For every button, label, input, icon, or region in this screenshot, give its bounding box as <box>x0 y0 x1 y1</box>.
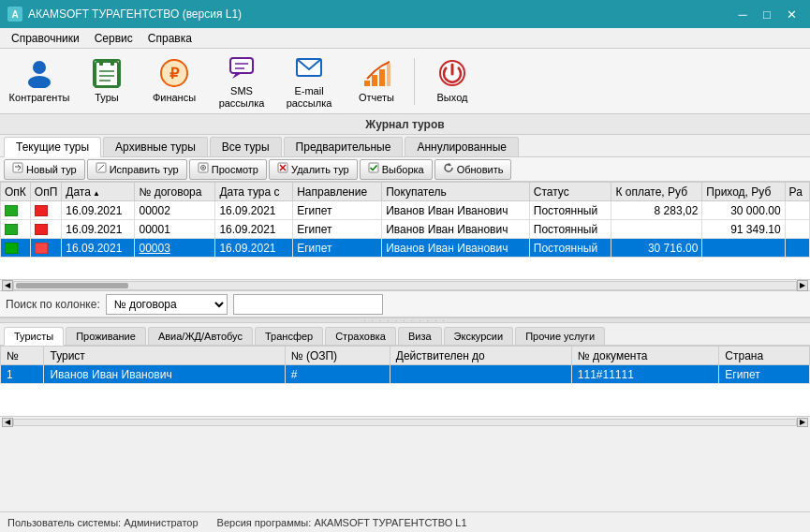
cell-opp <box>30 220 61 239</box>
удалить-тур-btn-label: Удалить тур <box>291 164 349 175</box>
toolbar-btn-sms[interactable]: SMS рассылка <box>210 53 273 110</box>
action-btn-удалить-тур[interactable]: Удалить тур <box>269 159 358 180</box>
search-input[interactable] <box>233 294 383 315</box>
bottom-tab-экскурсии[interactable]: Экскурсии <box>444 327 514 345</box>
bottom-scroll-left[interactable]: ◀ <box>2 418 13 427</box>
status-version: Версия программы: АКАМSOFT ТУРАГЕНТСТВО … <box>217 517 467 528</box>
main-table-col-8[interactable]: К оплате, Руб <box>611 183 702 201</box>
red-flag-icon <box>35 224 48 235</box>
bottom-scroll-right[interactable]: ▶ <box>797 418 808 427</box>
bottom-tab-трансфер[interactable]: Трансфер <box>255 327 323 345</box>
toolbar-btn-finansy[interactable]: ₽Финансы <box>142 53 206 110</box>
main-table-col-7[interactable]: Статус <box>529 183 611 201</box>
cell-opp <box>30 239 61 258</box>
cell-ra <box>785 201 809 220</box>
bottom-cell-dejstvitelno <box>390 365 571 384</box>
исправить-тур-btn-label: Исправить тур <box>110 164 179 175</box>
main-table-col-4[interactable]: Дата тура с <box>215 183 293 201</box>
sms-label: SMS рассылка <box>214 85 269 110</box>
cell-pokupatel: Иванов Иван Иванович <box>382 239 530 258</box>
cell-napravlenie: Египет <box>293 201 382 220</box>
bottom-col-5[interactable]: Страна <box>719 347 810 365</box>
red-flag-icon <box>35 243 48 254</box>
table-row[interactable]: 16.09.20210000116.09.2021ЕгипетИванов Ив… <box>1 220 810 239</box>
main-table-col-1[interactable]: ОпП <box>30 183 61 201</box>
bottom-tab-авиа/жд/автобус[interactable]: Авиа/ЖД/Автобус <box>148 327 253 345</box>
maximize-button[interactable]: □ <box>756 5 778 23</box>
action-btn-обновить[interactable]: Обновить <box>434 159 512 180</box>
bottom-col-2[interactable]: № (ОЗП) <box>285 347 390 365</box>
toolbar-btn-email[interactable]: E-mail рассылка <box>277 53 341 110</box>
close-button[interactable]: ✕ <box>780 5 803 23</box>
main-tab-аннулированные[interactable]: Аннулированные <box>405 137 519 156</box>
action-bar: Новый турИсправить турПросмотрУдалить ту… <box>0 157 810 182</box>
cell-opk <box>1 201 31 220</box>
svg-text:₽: ₽ <box>169 66 180 81</box>
toolbar-btn-tury[interactable]: Туры <box>75 53 139 110</box>
main-tab-все-туры[interactable]: Все туры <box>210 137 282 156</box>
title-bar: A АКАМSOFT ТУРАГЕНТСТВО (версия L1) ─ □ … <box>0 0 810 28</box>
main-table-col-5[interactable]: Направление <box>293 183 382 201</box>
main-table-col-3[interactable]: № договора <box>135 183 215 201</box>
table-row[interactable]: 16.09.20210000216.09.2021ЕгипетИванов Ив… <box>1 201 810 220</box>
tury-icon <box>90 58 124 90</box>
main-table-col-9[interactable]: Приход, Руб <box>702 183 785 201</box>
toolbar-btn-kontragenty[interactable]: Контрагенты <box>7 53 71 110</box>
bottom-col-4[interactable]: № документа <box>571 347 719 365</box>
main-table-col-6[interactable]: Покупатель <box>382 183 530 201</box>
scroll-right-btn[interactable]: ▶ <box>797 280 808 291</box>
bottom-col-1[interactable]: Турист <box>44 347 285 365</box>
menu-item-сервис[interactable]: Сервис <box>87 30 140 47</box>
h-scrollbar-track[interactable] <box>13 281 797 290</box>
action-btn-выборка[interactable]: Выборка <box>360 159 433 180</box>
status-bar: Пользователь системы: Администратор Верс… <box>0 511 810 532</box>
app-icon: A <box>7 7 22 22</box>
main-tab-предварительные[interactable]: Предварительные <box>284 137 404 156</box>
bottom-scrollbar-track[interactable] <box>13 419 797 426</box>
main-table-col-0[interactable]: ОпК <box>1 183 31 201</box>
window-title: АКАМSOFT ТУРАГЕНТСТВО (версия L1) <box>28 7 242 21</box>
bottom-cell-strana: Египет <box>719 365 810 384</box>
bottom-cell-num: 1 <box>1 365 44 384</box>
sms-icon <box>225 52 258 82</box>
toolbar-separator <box>414 58 415 105</box>
toolbar-btn-otchety[interactable]: Отчеты <box>345 53 408 110</box>
cell-prihod <box>702 239 785 258</box>
scroll-left-btn[interactable]: ◀ <box>2 280 13 291</box>
svg-rect-19 <box>379 69 385 86</box>
bottom-col-0[interactable]: № <box>1 347 44 365</box>
cell-pokupatel: Иванов Иван Иванович <box>382 201 530 220</box>
main-table-col-10[interactable]: Ра <box>785 183 809 201</box>
toolbar-btn-exit[interactable]: Выход <box>420 53 484 110</box>
bottom-tab-страховка[interactable]: Страховка <box>325 327 396 345</box>
main-tab-текущие-туры[interactable]: Текущие туры <box>4 137 101 157</box>
table-row[interactable]: 16.09.20210000316.09.2021ЕгипетИванов Ив… <box>1 239 810 258</box>
horizontal-scroll[interactable]: ◀ ▶ <box>0 280 810 291</box>
bottom-col-3[interactable]: Действителен до <box>390 347 571 365</box>
action-btn-новый-тур[interactable]: Новый тур <box>4 159 85 180</box>
h-scrollbar-thumb[interactable] <box>16 283 128 288</box>
green-flag-icon <box>5 224 18 235</box>
bottom-tab-проживание[interactable]: Проживание <box>66 327 146 345</box>
cell-status: Постоянный <box>529 201 611 220</box>
action-btn-просмотр[interactable]: Просмотр <box>189 159 267 180</box>
menu-item-справка[interactable]: Справка <box>140 30 199 47</box>
cell-date-tur: 16.09.2021 <box>215 239 293 258</box>
cell-date-tur: 16.09.2021 <box>215 220 293 239</box>
minimize-button[interactable]: ─ <box>731 5 754 23</box>
tury-label: Туры <box>95 92 119 104</box>
cell-date: 16.09.2021 <box>62 220 135 239</box>
search-column-select[interactable]: № договораДатаНаправлениеПокупательСтату… <box>106 294 228 315</box>
bottom-cell-document: 111#11111 <box>571 365 719 384</box>
bottom-tab-туристы[interactable]: Туристы <box>4 327 64 346</box>
bottom-scroll[interactable]: ◀ ▶ <box>0 416 810 427</box>
action-btn-исправить-тур[interactable]: Исправить тур <box>87 159 187 180</box>
main-tab-архивные-туры[interactable]: Архивные туры <box>103 137 208 156</box>
otchety-label: Отчеты <box>359 92 394 104</box>
main-table-col-2[interactable]: Дата▲ <box>62 183 135 201</box>
bottom-tab-виза[interactable]: Виза <box>398 327 442 345</box>
table-row[interactable]: 1Иванов Иван Иванович#111#11111Египет <box>1 365 810 384</box>
новый-тур-btn-label: Новый тур <box>26 164 77 175</box>
menu-item-справочники[interactable]: Справочники <box>4 30 87 47</box>
bottom-tab-прочие-услуги[interactable]: Прочие услуги <box>515 327 605 345</box>
